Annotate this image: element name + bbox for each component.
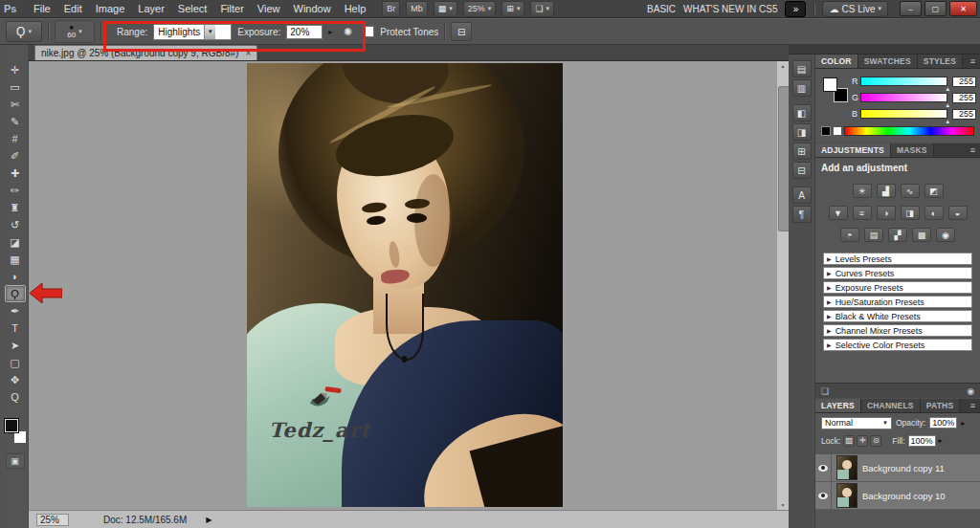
opacity-field[interactable]: 100%	[929, 417, 957, 429]
dock-panel-3-button[interactable]: ◧	[792, 104, 812, 121]
preset-black-white-presets[interactable]: ▶Black & White Presets	[823, 310, 972, 322]
red-channel-slider[interactable]: ▴	[860, 77, 947, 86]
history-brush-tool-button[interactable]: ↺	[5, 216, 26, 233]
exposure-button[interactable]: ◩	[924, 184, 944, 198]
foreground-color-swatch[interactable]	[5, 419, 18, 432]
move-tool-button[interactable]: ✛	[5, 61, 26, 78]
paragraph-panel-button[interactable]: ¶	[792, 206, 812, 223]
blue-channel-slider[interactable]: ▴	[860, 109, 947, 119]
pen-tool-button[interactable]: ✒	[5, 302, 26, 319]
brush-panel-toggle-button[interactable]: ⊟	[451, 22, 472, 41]
tab-color-swatches[interactable]: SWATCHES	[858, 55, 918, 68]
type-tool-button[interactable]: T	[5, 319, 26, 337]
tool-preset-picker[interactable]: Ϙ ▾	[6, 21, 42, 42]
blur-tool-button[interactable]: ◗	[5, 268, 26, 285]
dock-panel-2-button[interactable]: ▥	[792, 79, 812, 97]
selective-color-button[interactable]: ◉	[936, 228, 955, 242]
fill-field[interactable]: 100%	[908, 435, 936, 447]
background-color-swatch[interactable]	[13, 430, 27, 444]
preset-levels-presets[interactable]: ▶Levels Presets	[823, 253, 972, 265]
vibrance-button[interactable]: ▼	[829, 206, 848, 220]
menu-file[interactable]: File	[27, 0, 57, 18]
launch-mini-bridge-button[interactable]: Mb	[406, 1, 428, 17]
minimize-button[interactable]: –	[900, 1, 922, 16]
black-white-button[interactable]: ◨	[901, 206, 920, 220]
layer-row-background-copy-10[interactable]: Background copy 10	[815, 482, 980, 510]
channel-mixer-button[interactable]: ◒	[948, 206, 968, 220]
hand-tool-button[interactable]: ✥	[5, 371, 26, 388]
vertical-scrollbar[interactable]: ▲ ▼	[776, 61, 789, 510]
red-channel-value[interactable]: 255	[952, 77, 976, 87]
status-menu-button[interactable]: ▶	[206, 516, 212, 524]
blue-channel-value[interactable]: 255	[952, 109, 976, 120]
menu-select[interactable]: Select	[171, 0, 214, 18]
menu-view[interactable]: View	[251, 0, 287, 18]
dock-panel-5-button[interactable]: ⊞	[792, 143, 812, 160]
tab-adjustments-adjustments[interactable]: ADJUSTMENTS	[815, 143, 891, 157]
cs-live-button[interactable]: ☁ CS Live ▾	[822, 1, 888, 17]
eyedropper-tool-button[interactable]: ✐	[5, 147, 26, 165]
fill-spinner-icon[interactable]: ▸	[939, 436, 943, 445]
tab-adjustments-masks[interactable]: MASKS	[891, 143, 934, 157]
layer-row-background-copy-11[interactable]: Background copy 11	[815, 454, 980, 482]
green-channel-slider[interactable]: ▴	[860, 93, 947, 102]
lock-position-button[interactable]: ✛	[857, 435, 868, 447]
zoom-level-button[interactable]: 25% ▾	[463, 1, 497, 17]
select-dropdown-button[interactable]: ▼	[204, 25, 215, 39]
dodge-tool-button[interactable]: Ϙ	[5, 285, 26, 302]
layer-thumbnail[interactable]	[836, 455, 858, 480]
preset-channel-mixer-presets[interactable]: ▶Channel Mixer Presets	[823, 324, 972, 337]
gradient-map-button[interactable]: ▩	[912, 228, 931, 242]
arrange-documents-button[interactable]: ⊞ ▾	[501, 1, 524, 17]
lasso-tool-button[interactable]: ✄	[5, 96, 26, 113]
menu-filter[interactable]: Filter	[213, 0, 250, 18]
scroll-up-icon[interactable]: ▲	[777, 61, 789, 71]
color-panel-menu-button[interactable]: ≡	[966, 55, 980, 68]
rectangular-marquee-tool-button[interactable]: ▭	[5, 78, 26, 96]
quick-selection-tool-button[interactable]: ✎	[5, 113, 26, 130]
color-balance-button[interactable]: ◑	[877, 206, 896, 220]
zoom-tool-button[interactable]: Q	[5, 388, 26, 406]
path-selection-tool-button[interactable]: ➤	[5, 337, 26, 354]
layers-panel-menu-button[interactable]: ≡	[966, 399, 980, 412]
crop-tool-button[interactable]: #	[5, 130, 26, 147]
close-button[interactable]: ✕	[949, 1, 977, 16]
tab-layers-channels[interactable]: CHANNELS	[861, 399, 921, 412]
expanded-view-icon[interactable]: ❏	[821, 386, 829, 396]
rectangle-tool-button[interactable]: ▢	[5, 354, 26, 371]
launch-bridge-button[interactable]: Br	[382, 1, 400, 17]
scroll-down-icon[interactable]: ▼	[777, 500, 789, 510]
layer-visibility-toggle[interactable]	[815, 482, 832, 509]
preset-selective-color-presets[interactable]: ▶Selective Color Presets	[823, 339, 972, 351]
threshold-button[interactable]: ▞	[888, 228, 907, 242]
healing-brush-tool-button[interactable]: ✚	[5, 165, 26, 182]
lock-transparency-button[interactable]: ▨	[843, 435, 855, 447]
lock-all-button[interactable]: ⊙	[870, 435, 881, 447]
preset-hue-saturation-presets[interactable]: ▶Hue/Saturation Presets	[823, 296, 972, 308]
brush-tool-button[interactable]: ✏	[5, 182, 26, 199]
opacity-spinner-icon[interactable]: ▸	[961, 419, 965, 428]
menu-layer[interactable]: Layer	[131, 0, 171, 18]
quick-mask-button[interactable]: ▣	[6, 453, 25, 469]
photo-filter-button[interactable]: ◐	[924, 206, 944, 220]
curves-button[interactable]: ∿	[901, 184, 920, 198]
menu-image[interactable]: Image	[89, 0, 132, 18]
levels-button[interactable]: ▟	[877, 184, 896, 198]
preset-exposure-presets[interactable]: ▶Exposure Presets	[823, 281, 972, 294]
slider-marker-icon[interactable]: ▴	[946, 85, 949, 93]
document-tab[interactable]: nike.jpg @ 25% (Background copy 9, RGB/8…	[34, 45, 257, 60]
hue-saturation-button[interactable]: ≡	[853, 206, 872, 220]
workspace-whats-new-button[interactable]: WHAT'S NEW IN CS5	[683, 4, 777, 14]
tab-layers-paths[interactable]: PATHS	[921, 399, 961, 412]
eraser-tool-button[interactable]: ◪	[5, 233, 26, 251]
status-zoom-field[interactable]: 25%	[36, 514, 69, 526]
dock-panel-1-button[interactable]: ▤	[792, 60, 812, 77]
slider-marker-icon[interactable]: ▴	[946, 118, 949, 125]
slider-marker-icon[interactable]: ▴	[946, 101, 949, 109]
layer-visibility-toggle[interactable]	[815, 454, 832, 481]
menu-edit[interactable]: Edit	[57, 0, 89, 18]
workspace-more-button[interactable]: »	[785, 1, 806, 17]
dock-panel-6-button[interactable]: ⊟	[792, 162, 812, 179]
black-swatch[interactable]	[821, 126, 831, 136]
character-panel-button[interactable]: A	[792, 187, 812, 204]
